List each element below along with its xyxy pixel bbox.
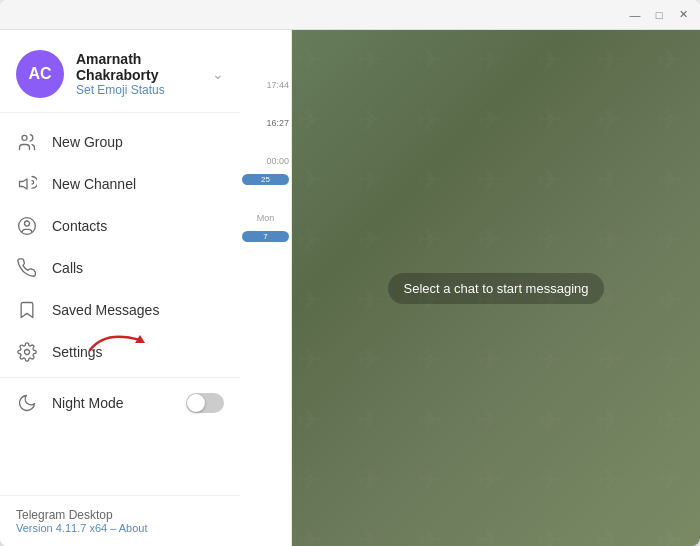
app-body: AC Amarnath Chakraborty Set Emoji Status… <box>0 30 700 546</box>
maximize-button[interactable]: □ <box>650 7 668 23</box>
svg-point-2 <box>25 221 30 226</box>
app-window: — □ ✕ AC Amarnath Chakraborty Set Emoji … <box>0 0 700 546</box>
calls-label: Calls <box>52 260 224 276</box>
about-link[interactable]: About <box>119 522 148 534</box>
avatar: AC <box>16 50 64 98</box>
person-circle-icon <box>16 215 38 237</box>
gear-icon <box>16 341 38 363</box>
new-channel-label: New Channel <box>52 176 224 192</box>
menu-item-saved-messages[interactable]: Saved Messages <box>0 289 240 331</box>
phone-icon <box>16 257 38 279</box>
profile-info: Amarnath Chakraborty Set Emoji Status <box>76 51 200 97</box>
profile-section[interactable]: AC Amarnath Chakraborty Set Emoji Status… <box>0 30 240 113</box>
menu-item-night-mode[interactable]: Night Mode <box>0 382 240 424</box>
menu-item-new-group[interactable]: New Group <box>0 121 240 163</box>
menu-item-new-channel[interactable]: New Channel <box>0 163 240 205</box>
contacts-label: Contacts <box>52 218 224 234</box>
moon-icon <box>16 392 38 414</box>
menu-item-contacts[interactable]: Contacts <box>0 205 240 247</box>
titlebar: — □ ✕ <box>0 0 700 30</box>
svg-point-0 <box>22 135 27 140</box>
menu-item-settings[interactable]: Settings <box>0 331 240 373</box>
settings-label: Settings <box>52 344 224 360</box>
app-name: Telegram Desktop <box>16 508 224 522</box>
minimize-button[interactable]: — <box>626 7 644 23</box>
night-mode-label: Night Mode <box>52 395 172 411</box>
menu-items-list: New Group New Channel Contacts <box>0 113 240 495</box>
megaphone-icon <box>16 173 38 195</box>
select-chat-message: Select a chat to start messaging <box>388 273 605 304</box>
main-content: Select a chat to start messaging <box>292 30 700 546</box>
divider <box>0 377 240 378</box>
menu-item-calls[interactable]: Calls <box>0 247 240 289</box>
saved-messages-label: Saved Messages <box>52 302 224 318</box>
profile-chevron-icon[interactable]: ⌄ <box>212 66 224 82</box>
menu-footer: Telegram Desktop Version 4.11.7 x64 – Ab… <box>0 495 240 546</box>
users-icon <box>16 131 38 153</box>
toggle-thumb <box>187 394 205 412</box>
new-group-label: New Group <box>52 134 224 150</box>
set-emoji-status[interactable]: Set Emoji Status <box>76 83 200 97</box>
svg-marker-4 <box>135 335 145 343</box>
version-info: Version 4.11.7 x64 – About <box>16 522 224 534</box>
close-button[interactable]: ✕ <box>674 7 692 23</box>
svg-point-3 <box>25 350 30 355</box>
sidebar-menu: AC Amarnath Chakraborty Set Emoji Status… <box>0 30 240 546</box>
profile-name: Amarnath Chakraborty <box>76 51 200 83</box>
bookmark-icon <box>16 299 38 321</box>
version-text: Version 4.11.7 x64 – <box>16 522 119 534</box>
chat-list-partial: 17:44 16:27 00:00 25 Mon 7 <box>240 30 292 546</box>
night-mode-toggle[interactable] <box>186 393 224 413</box>
